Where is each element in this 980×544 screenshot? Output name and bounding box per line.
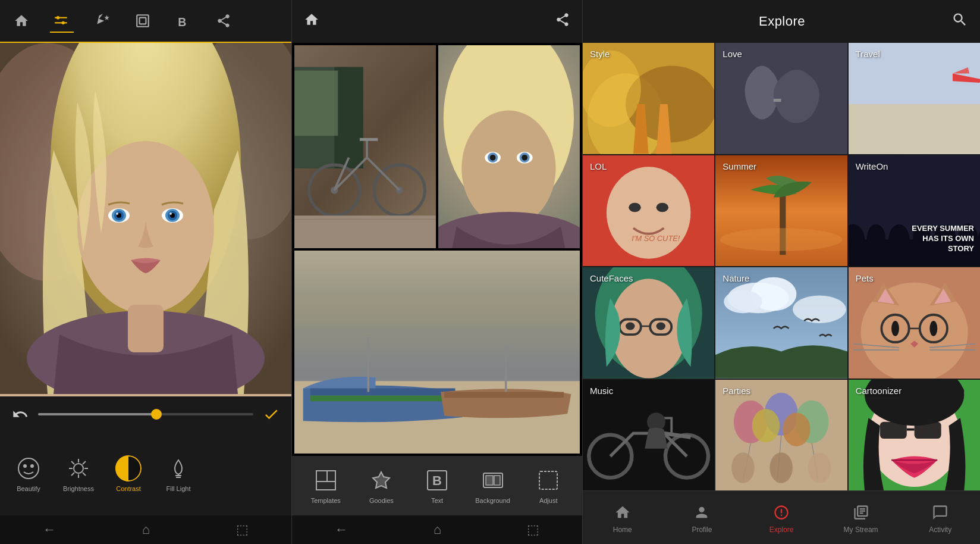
svg-rect-89: [849, 104, 980, 154]
share-nav-icon[interactable]: [212, 9, 235, 33]
pets-label: Pets: [856, 273, 874, 283]
filllight-icon: [165, 455, 191, 482]
collage-cell-bike[interactable]: [294, 45, 436, 248]
explore-cell-lol[interactable]: I'M SO CUTE! LOL: [583, 155, 714, 267]
nav-mystream[interactable]: My Stream: [834, 502, 888, 534]
svg-point-128: [929, 321, 937, 336]
svg-point-27: [74, 464, 83, 473]
panel2-recent-button[interactable]: ⬚: [527, 522, 539, 537]
panel3-header: Explore: [583, 0, 980, 43]
slider-thumb[interactable]: [151, 409, 162, 420]
svg-point-146: [731, 452, 755, 483]
music-label: Music: [590, 386, 613, 396]
panel2-share-icon[interactable]: [555, 12, 570, 31]
panel1-toolbar: Beautify Brightness: [0, 396, 291, 515]
adjust-nav-icon[interactable]: [50, 9, 74, 33]
background-icon: [480, 467, 506, 493]
collage-cell-face[interactable]: [438, 45, 580, 248]
svg-point-91: [607, 167, 690, 258]
nav-explore[interactable]: Explore: [755, 502, 808, 534]
contrast-slider[interactable]: [38, 413, 253, 415]
travel-label: Travel: [856, 49, 880, 59]
brightness-tool[interactable]: Brightness: [55, 451, 102, 497]
svg-rect-67: [310, 396, 459, 402]
explore-cell-writeon[interactable]: WriteOn EVERY SUMMERHAS ITS OWNSTORY: [849, 155, 980, 267]
explore-cell-music[interactable]: Music: [583, 380, 714, 491]
explore-cell-cutefaces[interactable]: CuteFaces: [583, 267, 714, 379]
explore-cell-love[interactable]: Love: [715, 43, 847, 154]
svg-rect-5: [140, 18, 146, 24]
svg-rect-66: [310, 388, 456, 395]
text-tool[interactable]: B Text: [416, 467, 458, 504]
explore-cell-nature[interactable]: Nature: [715, 267, 847, 379]
svg-point-93: [657, 202, 669, 211]
explore-title: Explore: [759, 14, 805, 29]
panel2-back-button[interactable]: ←: [335, 522, 348, 537]
svg-rect-4: [137, 15, 149, 27]
svg-point-92: [629, 202, 641, 211]
nav-mystream-label: My Stream: [844, 526, 878, 534]
svg-rect-68: [444, 392, 564, 398]
home-nav-icon[interactable]: [10, 9, 33, 33]
svg-point-25: [23, 464, 27, 468]
explore-cell-parties[interactable]: Parties: [715, 380, 847, 491]
collage-cell-boats[interactable]: [294, 251, 580, 454]
text-label: Text: [431, 497, 443, 504]
background-tool[interactable]: Background: [472, 467, 514, 504]
writeon-label: WriteOn: [856, 161, 888, 171]
svg-rect-41: [294, 71, 338, 136]
templates-tool[interactable]: Templates: [305, 467, 347, 504]
summer-label: Summer: [723, 161, 756, 171]
svg-text:I'M SO CUTE!: I'M SO CUTE!: [632, 234, 680, 243]
svg-point-24: [18, 458, 39, 479]
svg-point-55: [461, 111, 555, 227]
undo-button[interactable]: [10, 404, 31, 425]
brightness-label: Brightness: [63, 485, 94, 492]
explore-categories-grid: Style Love: [583, 43, 980, 490]
back-nav-button[interactable]: ←: [43, 522, 56, 537]
recent-nav-button[interactable]: ⬚: [236, 522, 249, 537]
svg-point-145: [783, 412, 811, 446]
search-button[interactable]: [951, 11, 968, 32]
panel2-collage-editor: Templates Goodies B Text: [291, 0, 583, 544]
explore-cell-travel[interactable]: Travel: [849, 43, 980, 154]
nav-home-label: Home: [613, 526, 632, 534]
svg-rect-80: [539, 471, 557, 489]
frame-nav-icon[interactable]: [131, 9, 155, 33]
explore-cell-summer[interactable]: Summer: [715, 155, 847, 267]
home-nav-button[interactable]: ⌂: [142, 522, 150, 537]
svg-point-127: [891, 321, 899, 336]
svg-point-147: [770, 452, 793, 483]
tools-row: Beautify Brightness: [0, 432, 291, 515]
explore-icon: [771, 502, 792, 523]
adjust-label: Adjust: [539, 497, 558, 504]
explore-cell-cartoonizer[interactable]: Cartoonizer: [849, 380, 980, 491]
contrast-tool[interactable]: Contrast: [105, 451, 152, 497]
svg-point-115: [657, 323, 665, 330]
beautify-tool[interactable]: Beautify: [5, 451, 52, 497]
adjust-tool[interactable]: Adjust: [527, 467, 569, 504]
lol-label: LOL: [590, 161, 607, 171]
goodies-tool[interactable]: Goodies: [360, 467, 402, 504]
nav-home[interactable]: Home: [596, 502, 649, 534]
panel3-nav-bar: Home Profile Explore My: [583, 490, 980, 544]
svg-rect-23: [128, 305, 164, 352]
nav-activity[interactable]: Activity: [913, 502, 967, 534]
wand-nav-icon[interactable]: [90, 9, 114, 33]
explore-cell-style[interactable]: Style: [583, 43, 714, 154]
panel2-header: [292, 0, 582, 43]
panel2-home-icon[interactable]: [304, 12, 319, 31]
filllight-tool[interactable]: Fill Light: [155, 451, 202, 497]
contrast-icon: [115, 455, 142, 482]
svg-rect-73: [327, 471, 335, 482]
explore-cell-pets[interactable]: Pets: [849, 267, 980, 379]
svg-point-26: [30, 464, 34, 468]
panel2-home-button[interactable]: ⌂: [434, 522, 441, 537]
nav-profile[interactable]: Profile: [675, 502, 728, 534]
svg-line-32: [71, 461, 74, 464]
svg-point-102: [867, 224, 885, 251]
text-nav-icon[interactable]: B: [171, 9, 195, 33]
svg-rect-64: [294, 294, 580, 381]
contrast-label: Contrast: [116, 485, 141, 492]
confirm-button[interactable]: [260, 404, 282, 425]
